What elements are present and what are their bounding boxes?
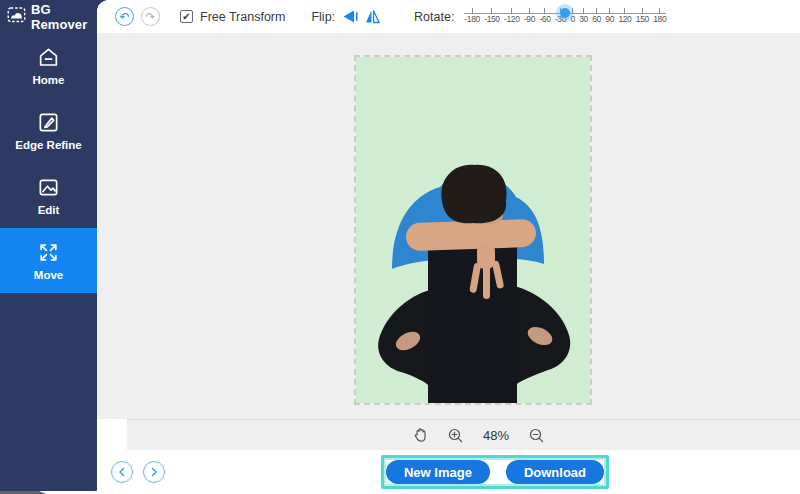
free-transform-checkbox[interactable]: ✔: [180, 10, 193, 23]
rotate-tick: 90: [605, 8, 614, 24]
download-button[interactable]: Download: [506, 460, 604, 484]
next-icon: [149, 467, 159, 477]
rotate-label: Rotate:: [414, 10, 454, 24]
sidebar: BG Remover Home Edg: [0, 0, 110, 491]
sidebar-item-edit[interactable]: Edit: [0, 163, 97, 228]
zoom-in-button[interactable]: [448, 428, 463, 443]
sidebar-item-label: Move: [34, 269, 63, 281]
sidebar-item-label: Edit: [38, 204, 60, 216]
zoom-statusbar: 48%: [127, 419, 800, 450]
rotate-tick: 0: [570, 8, 574, 24]
footer-bar: New Image Download: [97, 450, 800, 494]
free-transform-label: Free Transform: [200, 10, 285, 24]
edit-icon: [37, 176, 60, 199]
sidebar-item-move[interactable]: Move: [0, 228, 97, 293]
zoom-out-icon: [529, 428, 544, 443]
zoom-in-icon: [448, 428, 463, 443]
undo-icon: ↶: [119, 11, 129, 23]
prev-icon: [117, 467, 127, 477]
sidebar-item-label: Edge Refine: [15, 139, 81, 151]
rotate-tick: 60: [592, 8, 601, 24]
canvas-area[interactable]: [97, 33, 800, 419]
home-icon: [37, 46, 60, 69]
zoom-out-button[interactable]: [529, 428, 544, 443]
zoom-level: 48%: [483, 428, 509, 443]
person-photo: [356, 57, 590, 403]
rotate-tick: -120: [504, 8, 519, 24]
free-transform-toggle[interactable]: ✔ Free Transform: [180, 10, 285, 24]
rotate-tick: -150: [484, 8, 499, 24]
rotate-tick: -180: [464, 8, 479, 24]
previous-image-button[interactable]: [111, 461, 133, 483]
sidebar-item-home[interactable]: Home: [0, 33, 97, 98]
redo-button[interactable]: ↷: [141, 7, 160, 26]
rotate-tick: -90: [524, 8, 535, 24]
action-buttons-highlight: New Image Download: [381, 455, 609, 489]
rotate-tick: 120: [618, 8, 631, 24]
undo-button[interactable]: ↶: [115, 7, 134, 26]
rotate-tick: 180: [653, 8, 666, 24]
logo-icon: [7, 6, 26, 28]
toolbar: ↶ ↷ ✔ Free Transform Flip:: [97, 0, 800, 33]
preview-image[interactable]: [356, 57, 590, 403]
image-pager: [111, 461, 165, 483]
flip-label: Flip:: [311, 10, 335, 24]
next-image-button[interactable]: [143, 461, 165, 483]
main-panel: ↶ ↷ ✔ Free Transform Flip:: [97, 0, 800, 494]
move-icon: [37, 241, 60, 264]
edge-refine-icon: [37, 111, 60, 134]
redo-icon: ↷: [145, 11, 155, 23]
flip-horizontal-icon: [342, 9, 358, 24]
flip-vertical-button[interactable]: [365, 9, 380, 24]
rotate-tick: -60: [539, 8, 550, 24]
rotate-tick: 30: [579, 8, 588, 24]
app-logo: BG Remover: [0, 0, 110, 33]
sidebar-item-label: Home: [33, 74, 65, 86]
new-image-button[interactable]: New Image: [386, 460, 490, 484]
rotate-slider[interactable]: -180-150-120-90-60-300306090120150180: [464, 5, 666, 31]
sidebar-nav: Home Edge Refine Edit: [0, 33, 97, 293]
rotate-controls: Rotate: -180-150-120-90-60-3003060901201…: [414, 2, 666, 31]
bg-remover-app: BG Remover Home Edg: [0, 0, 800, 494]
rotate-tick: 150: [636, 8, 649, 24]
sidebar-item-edge-refine[interactable]: Edge Refine: [0, 98, 97, 163]
flip-controls: Flip:: [311, 9, 380, 24]
flip-vertical-icon: [365, 9, 380, 24]
flip-horizontal-button[interactable]: [342, 9, 358, 24]
hand-tool-button[interactable]: [413, 427, 428, 443]
hand-icon: [413, 427, 428, 443]
